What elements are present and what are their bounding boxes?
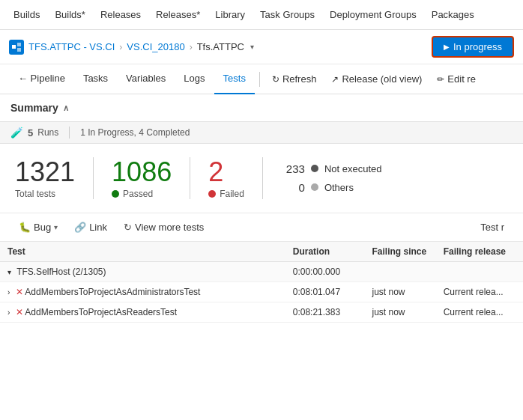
total-tests-stat: 1321 Total tests xyxy=(15,157,94,199)
runs-label: Runs xyxy=(37,127,58,138)
nav-logs[interactable]: Logs xyxy=(175,64,214,94)
nav-variables[interactable]: Variables xyxy=(117,64,175,94)
table-body: ▾ TFS.SelfHost (2/1305) 0:00:00.000 › ✕ … xyxy=(0,261,523,322)
test-right-label: Test r xyxy=(480,222,504,233)
test-release-cell-1: Current relea... xyxy=(436,281,523,302)
not-executed-label: Not executed xyxy=(324,163,382,174)
nav-releases[interactable]: Releases xyxy=(93,0,148,30)
col-header-duration: Duration xyxy=(285,242,365,262)
test-name-cell-1: › ✕ AddMembersToProjectAsAdministratorsT… xyxy=(0,281,285,302)
link-button[interactable]: 🔗 Link xyxy=(66,218,115,237)
svg-rect-1 xyxy=(17,43,21,46)
col-header-release: Failing release xyxy=(436,242,523,262)
group-duration-cell: 0:00:00.000 xyxy=(285,261,365,281)
passed-dot xyxy=(112,190,119,198)
test-release-cell-2: Current relea... xyxy=(436,302,523,322)
runs-bar: 🧪 5 Runs 1 In Progress, 4 Completed xyxy=(0,121,523,144)
nav-task-groups[interactable]: Task Groups xyxy=(253,0,322,30)
runs-count: 🧪 5 Runs xyxy=(10,127,70,139)
test-right-button[interactable]: Test r xyxy=(472,218,513,237)
not-executed-row: 233 Not executed xyxy=(284,162,382,175)
others-dot xyxy=(311,183,318,191)
failed-number: 2 xyxy=(208,157,223,187)
play-icon: ▶ xyxy=(444,43,450,51)
group-collapse-icon[interactable]: ▾ xyxy=(7,268,11,276)
test-expand-icon-1[interactable]: › xyxy=(7,288,10,296)
passed-label: Passed xyxy=(112,189,153,199)
bug-chevron-icon: ▾ xyxy=(54,223,58,231)
nav-tests[interactable]: Tests xyxy=(214,64,255,94)
breadcrumb-part-2[interactable]: VS.CI_20180 xyxy=(127,41,184,52)
nav-deployment-groups[interactable]: Deployment Groups xyxy=(322,0,424,30)
fail-icon-2: ✕ xyxy=(16,307,23,317)
edit-label: Edit re xyxy=(447,73,476,85)
in-progress-label: In progress xyxy=(453,41,502,52)
refresh-label: Refresh xyxy=(282,73,317,85)
view-more-label: View more tests xyxy=(135,222,204,233)
nav-packages[interactable]: Packages xyxy=(424,0,482,30)
nav-builds-star[interactable]: Builds* xyxy=(47,0,92,30)
collapse-icon[interactable]: ∧ xyxy=(63,103,69,113)
test-expand-icon-2[interactable]: › xyxy=(7,308,10,317)
test-name-1: AddMembersToProjectAsAdministratorsTest xyxy=(25,287,200,297)
other-stats: 233 Not executed 0 Others xyxy=(281,162,382,194)
actions-bar: 🐛 Bug ▾ 🔗 Link ↻ View more tests Test r xyxy=(0,213,523,242)
summary-title: Summary xyxy=(10,102,58,114)
test-duration-cell-2: 0:08:21.383 xyxy=(285,302,365,322)
table-row: › ✕ AddMembersToProjectAsReadersTest 0:0… xyxy=(0,302,523,322)
breadcrumb-part-1[interactable]: TFS.ATTPC - VS.CI xyxy=(28,41,115,52)
svg-rect-2 xyxy=(17,48,21,52)
col-header-since: Failing since xyxy=(364,242,435,262)
breadcrumb-dropdown-icon[interactable]: ▾ xyxy=(250,43,254,51)
table-group-row: ▾ TFS.SelfHost (2/1305) 0:00:00.000 xyxy=(0,261,523,281)
not-executed-dot xyxy=(311,165,318,172)
bug-button[interactable]: 🐛 Bug ▾ xyxy=(10,218,66,237)
actions-right: Test r xyxy=(472,218,513,237)
runs-number: 5 xyxy=(28,127,33,139)
nav-tasks[interactable]: Tasks xyxy=(74,64,117,94)
nav-divider xyxy=(259,72,260,87)
fail-icon-1: ✕ xyxy=(16,287,23,297)
old-view-icon: ↗ xyxy=(331,74,339,85)
col-header-test: Test xyxy=(0,242,285,262)
top-nav: Builds Builds* Releases Releases* Librar… xyxy=(0,0,523,30)
nav-builds[interactable]: Builds xyxy=(6,0,47,30)
group-name-cell: ▾ TFS.SelfHost (2/1305) xyxy=(0,261,285,281)
view-more-icon: ↻ xyxy=(124,222,132,233)
test-since-cell-2: just now xyxy=(364,302,435,322)
refresh-action[interactable]: ↻ Refresh xyxy=(264,64,324,94)
link-icon: 🔗 xyxy=(74,222,86,233)
in-progress-button[interactable]: ▶ In progress xyxy=(432,36,514,58)
nav-pipeline[interactable]: ← Pipeline xyxy=(9,64,74,94)
test-table: Test Duration Failing since Failing rele… xyxy=(0,242,523,323)
passed-number: 1086 xyxy=(112,157,172,187)
edit-action[interactable]: ✏ Edit re xyxy=(429,64,483,94)
breadcrumb-sep-2: › xyxy=(190,42,193,52)
group-since-cell xyxy=(364,261,435,281)
nav-releases-star[interactable]: Releases* xyxy=(148,0,208,30)
test-name-2: AddMembersToProjectAsReadersTest xyxy=(25,307,177,317)
secondary-nav: ← Pipeline Tasks Variables Logs Tests ↻ … xyxy=(0,64,523,94)
group-name: TFS.SelfHost (2/1305) xyxy=(16,267,106,277)
runs-status: 1 In Progress, 4 Completed xyxy=(80,127,190,138)
failed-dot xyxy=(208,190,216,198)
refresh-icon: ↻ xyxy=(272,74,279,85)
test-name-cell-2: › ✕ AddMembersToProjectAsReadersTest xyxy=(0,302,285,322)
old-view-label: Release (old view) xyxy=(342,73,422,85)
group-release-cell xyxy=(436,261,523,281)
summary-header: Summary ∧ xyxy=(0,94,523,121)
bug-icon: 🐛 xyxy=(19,222,31,233)
failed-stat: 2 Failed xyxy=(208,157,263,199)
view-more-button[interactable]: ↻ View more tests xyxy=(115,218,212,237)
breadcrumb-sep-1: › xyxy=(119,42,122,52)
test-duration-cell-1: 0:08:01.047 xyxy=(285,281,365,302)
table-row: › ✕ AddMembersToProjectAsAdministratorsT… xyxy=(0,281,523,302)
edit-icon: ✏ xyxy=(437,74,444,85)
others-row: 0 Others xyxy=(284,181,382,194)
old-view-action[interactable]: ↗ Release (old view) xyxy=(324,64,429,94)
test-since-cell-1: just now xyxy=(364,281,435,302)
failed-label: Failed xyxy=(208,189,244,199)
total-number: 1321 xyxy=(15,157,75,187)
nav-library[interactable]: Library xyxy=(208,0,253,30)
stats-section: 1321 Total tests 1086 Passed 2 Failed 23… xyxy=(0,144,523,213)
